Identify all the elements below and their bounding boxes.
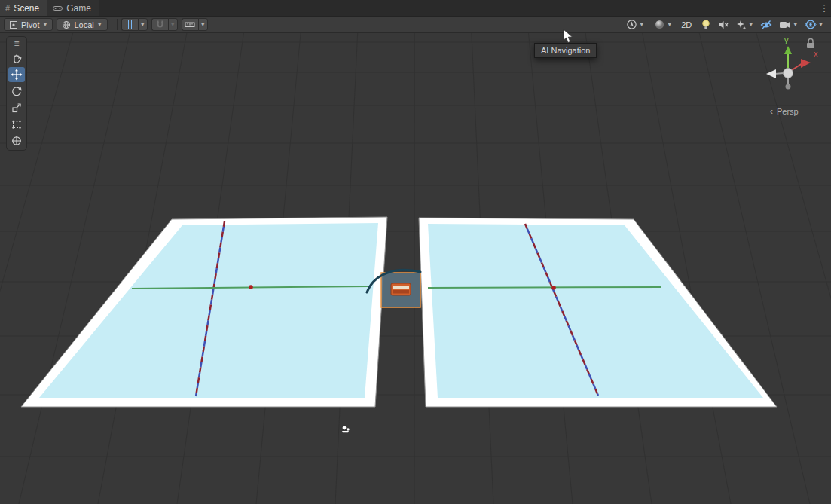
tool-palette: ≡ xyxy=(6,36,27,151)
grid-options-dropdown[interactable]: ▼ xyxy=(138,18,148,31)
toolbar-divider xyxy=(117,19,118,30)
chevron-down-icon: ▼ xyxy=(667,22,672,27)
scene-visibility-toggle[interactable] xyxy=(758,18,774,32)
y-axis-cone[interactable] xyxy=(784,46,792,54)
chevron-down-icon: ▼ xyxy=(639,22,644,27)
move-tool[interactable] xyxy=(8,67,25,82)
bed-icon xyxy=(391,283,411,295)
court-right[interactable] xyxy=(419,218,777,407)
unity-editor-window: { "tab_bar": { "tabs": [ {"label": "Scen… xyxy=(0,0,831,504)
tooltip: AI Navigation xyxy=(534,43,597,58)
chevron-down-icon: ▼ xyxy=(818,22,823,27)
rear-axis-cone[interactable] xyxy=(766,69,776,78)
effects-star-icon xyxy=(736,20,747,30)
court-right-green-line xyxy=(428,287,661,288)
lightbulb-icon xyxy=(701,19,711,30)
pivot-label: Pivot xyxy=(21,20,39,29)
scene-lighting-toggle[interactable] xyxy=(698,18,713,32)
projection-chevron-icon: ‹ xyxy=(770,106,773,117)
pivot-dropdown[interactable]: Pivot ▼ xyxy=(4,18,53,31)
gizmos-dropdown[interactable]: ▼ xyxy=(802,18,826,32)
scene-render: y x ‹ Persp xyxy=(0,33,831,504)
globe-icon xyxy=(62,20,71,29)
lock-icon[interactable] xyxy=(807,39,814,49)
tab-game-label: Game xyxy=(66,3,91,14)
gamepad-icon xyxy=(53,5,63,12)
tooltip-text: AI Navigation xyxy=(541,46,590,55)
x-axis-cone[interactable] xyxy=(801,59,811,68)
increment-snap-button[interactable] xyxy=(182,18,198,31)
rect-icon xyxy=(11,118,23,130)
effects-visibility-dropdown[interactable]: ▼ xyxy=(734,18,756,32)
tool-palette-menu[interactable]: ≡ xyxy=(8,38,25,49)
view-toggles: ▼ ▼ 2D ▼ ▼ ▼ xyxy=(624,18,827,32)
window-options-menu[interactable]: ⋮ xyxy=(817,0,831,16)
projection-label[interactable]: Persp xyxy=(777,107,799,116)
pivot-icon xyxy=(9,20,18,29)
scene-viewport[interactable]: y x ‹ Persp ≡ xyxy=(0,33,831,504)
gizmos-sphere-icon xyxy=(805,19,817,30)
transform-icon xyxy=(11,135,23,147)
snap-group: ▼ xyxy=(151,18,178,31)
toolbar-divider xyxy=(649,19,649,30)
x-axis-label: x xyxy=(814,49,818,58)
grid-visibility-group: ▼ xyxy=(121,18,148,31)
chevron-down-icon: ▼ xyxy=(793,22,798,27)
mouse-cursor-icon xyxy=(563,29,573,44)
court-left[interactable] xyxy=(21,217,387,407)
snap-toggle-button[interactable] xyxy=(151,18,168,31)
snap-options-dropdown[interactable]: ▼ xyxy=(168,18,178,31)
magnet-icon xyxy=(155,20,165,29)
rotate-tool[interactable] xyxy=(8,84,25,99)
tab-game[interactable]: Game xyxy=(47,0,99,16)
orientation-label: Local xyxy=(74,20,93,29)
camera-settings-dropdown[interactable]: ▼ xyxy=(777,18,800,32)
speaker-muted-icon xyxy=(718,20,729,30)
tab-scene-label: Scene xyxy=(14,3,39,14)
scene-grid-icon: # xyxy=(5,4,10,13)
grid-icon xyxy=(125,20,135,29)
2d-mode-toggle[interactable]: 2D xyxy=(677,18,696,32)
scale-tool[interactable] xyxy=(8,100,25,115)
toolbar-divider xyxy=(112,19,112,30)
y-axis-label: y xyxy=(784,35,789,44)
camera-icon xyxy=(779,20,791,29)
gizmo-center-ball[interactable] xyxy=(784,69,793,78)
increment-snap-group: ▼ xyxy=(182,18,208,31)
court-right-line-marker xyxy=(551,286,556,290)
transform-tool[interactable] xyxy=(8,133,25,148)
chevron-down-icon: ▼ xyxy=(42,22,47,27)
rotate-icon xyxy=(11,85,23,97)
grid-toggle-button[interactable] xyxy=(121,18,138,31)
hand-icon xyxy=(11,52,23,64)
view-orientation-gizmo[interactable]: y x ‹ Persp xyxy=(766,35,818,117)
scale-icon xyxy=(11,102,23,114)
tab-bar: # Scene Game ⋮ xyxy=(0,0,831,17)
scene-toolbar: Pivot ▼ Local ▼ ▼ ▼ ▼ ▼ xyxy=(0,17,831,33)
scene-grid xyxy=(0,33,831,504)
increment-snap-dropdown[interactable]: ▼ xyxy=(198,18,208,31)
tab-bar-spacer xyxy=(99,0,817,16)
ai-navigation-icon xyxy=(626,19,637,30)
negative-axis-ball[interactable] xyxy=(786,84,791,90)
court-left-line-marker xyxy=(249,285,253,289)
ai-navigation-overlay-button[interactable]: ▼ xyxy=(624,18,646,32)
move-icon xyxy=(11,69,23,81)
orientation-dropdown[interactable]: Local ▼ xyxy=(57,18,107,31)
shaded-sphere-icon xyxy=(654,19,665,30)
chevron-down-icon: ▼ xyxy=(748,22,753,27)
scene-audio-toggle[interactable] xyxy=(716,18,732,32)
tab-scene[interactable]: # Scene xyxy=(0,0,47,16)
rect-tool[interactable] xyxy=(8,117,25,132)
draw-mode-dropdown[interactable]: ▼ xyxy=(652,18,674,32)
ruler-icon xyxy=(185,20,195,29)
chevron-down-icon: ▼ xyxy=(97,22,102,27)
hand-tool[interactable] xyxy=(8,50,25,66)
eye-hidden-icon xyxy=(760,20,772,30)
scene-object-gizmo[interactable] xyxy=(342,426,350,433)
